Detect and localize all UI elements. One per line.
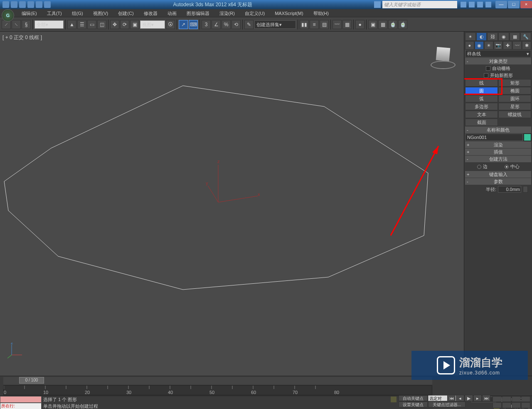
menu-rendering[interactable]: 渲染(R)	[214, 9, 240, 17]
color-swatch[interactable]	[524, 134, 531, 141]
btn-ngon[interactable]: 多边形	[465, 103, 498, 110]
render-prod-icon[interactable]: 🍵	[398, 20, 407, 29]
render-setup-icon[interactable]: ▣	[368, 20, 377, 29]
binoculars-icon[interactable]	[461, 2, 466, 7]
prev-frame-icon[interactable]: ◂	[456, 395, 464, 402]
orbit-icon[interactable]	[512, 402, 521, 408]
btn-text[interactable]: 文本	[465, 111, 498, 118]
goto-start-icon[interactable]: ⏮	[447, 395, 456, 402]
btn-rectangle[interactable]: 矩形	[498, 79, 531, 87]
btn-donut[interactable]: 圆环	[498, 95, 531, 102]
named-selection-dropdown[interactable]: 创建选择集▾	[254, 20, 296, 29]
select-icon[interactable]: ▲	[67, 20, 76, 29]
sub-shapes-icon[interactable]: ◉	[475, 41, 484, 50]
sub-systems-icon[interactable]: ✱	[522, 41, 531, 50]
select-name-icon[interactable]: ☰	[77, 20, 86, 29]
time-slider[interactable]: 0 / 100	[3, 377, 432, 384]
move-icon[interactable]: ✥	[110, 20, 119, 29]
rollup-parameters[interactable]: -参数	[465, 178, 531, 185]
menu-graph-editors[interactable]: 图形编辑器	[182, 9, 214, 17]
snap-3d-icon[interactable]: 3	[202, 20, 211, 29]
goto-end-icon[interactable]: ⏭	[482, 395, 490, 402]
menu-create[interactable]: 创建(C)	[113, 9, 138, 17]
zoom-all-icon[interactable]	[502, 396, 511, 402]
unlink-icon[interactable]: ⟍	[12, 20, 21, 29]
rollup-object-type[interactable]: -对象类型	[465, 58, 531, 64]
radio-center[interactable]: 中心	[505, 164, 520, 170]
zoom-extents-all-icon[interactable]	[521, 396, 530, 402]
radio-edge[interactable]: 边	[477, 164, 488, 170]
material-editor-icon[interactable]: ●	[355, 20, 365, 29]
key-filters-button[interactable]: 关键点过滤器...	[428, 402, 466, 407]
sub-lights-icon[interactable]: ☀	[484, 41, 493, 50]
maximize-viewport-icon[interactable]	[521, 402, 530, 408]
setkey-button[interactable]: 设置关键点	[399, 402, 428, 407]
sub-cameras-icon[interactable]: 📷	[494, 41, 503, 50]
menu-views[interactable]: 视图(V)	[88, 9, 113, 17]
schematic-view-icon[interactable]: ▦	[342, 20, 352, 29]
star-icon[interactable]	[477, 2, 483, 7]
render-frame-icon[interactable]: ▦	[378, 20, 387, 29]
time-slider-knob[interactable]: 0 / 100	[19, 377, 44, 384]
object-name-input[interactable]: NGon001	[465, 134, 523, 141]
sub-helpers-icon[interactable]: ✚	[503, 41, 512, 50]
sub-geometry-icon[interactable]: ●	[465, 41, 474, 50]
tab-motion-icon[interactable]: ◉	[498, 32, 509, 41]
scale-icon[interactable]: ▣	[130, 20, 139, 29]
btn-line[interactable]: 线	[465, 79, 498, 87]
fov-icon[interactable]	[493, 402, 502, 408]
qat-more-icon[interactable]	[44, 1, 51, 8]
rollup-interpolation[interactable]: +插值	[465, 149, 531, 155]
manipulate-icon[interactable]: ↗	[179, 20, 188, 29]
render-icon[interactable]: 🍵	[388, 20, 397, 29]
keyboard-shortcut-icon[interactable]: ⌨	[189, 20, 198, 29]
menu-group[interactable]: 组(G)	[67, 9, 88, 17]
autokey-button[interactable]: 自动关键点	[399, 395, 428, 401]
zoom-icon[interactable]	[493, 396, 502, 402]
tab-display-icon[interactable]: ▦	[510, 32, 520, 41]
viewport[interactable]: [ + 0 正交 0 线框 ] x y z z	[0, 32, 464, 376]
search-input[interactable]: 键入关键字或短语	[382, 1, 457, 8]
tab-hierarchy-icon[interactable]: ⛓	[487, 32, 498, 41]
btn-arc[interactable]: 弧	[465, 95, 498, 102]
edit-named-sel-icon[interactable]: ✎	[244, 20, 254, 29]
percent-snap-icon[interactable]: %	[222, 20, 231, 29]
btn-star[interactable]: 星形	[498, 103, 531, 110]
autogrid-checkbox[interactable]	[486, 66, 490, 71]
btn-helix[interactable]: 螺旋线	[498, 111, 531, 118]
window-crossing-icon[interactable]: ◫	[97, 20, 106, 29]
radius-spinner[interactable]: 0.0mm	[498, 186, 521, 193]
next-frame-icon[interactable]: ▸	[473, 395, 482, 402]
pan-icon[interactable]	[502, 402, 511, 408]
rollup-creation-method[interactable]: -创建方法	[465, 156, 531, 162]
rotate-icon[interactable]: ⟳	[120, 20, 129, 29]
close-button[interactable]: ×	[520, 1, 532, 8]
menu-edit[interactable]: 编辑(E)	[17, 9, 42, 17]
qat-open-icon[interactable]	[11, 1, 17, 8]
qat-redo-icon[interactable]	[36, 1, 42, 8]
zoom-extents-icon[interactable]	[512, 396, 521, 402]
category-dropdown[interactable]: 样条线▾	[465, 50, 531, 57]
rollup-name-color[interactable]: -名称和颜色	[465, 126, 531, 133]
tab-utilities-icon[interactable]: 🔧	[520, 32, 531, 41]
btn-circle[interactable]: 圆	[465, 87, 498, 94]
qat-save-icon[interactable]	[19, 1, 26, 8]
qat-new-icon[interactable]	[2, 1, 9, 8]
key-icon[interactable]	[469, 2, 475, 7]
pivot-icon[interactable]: ⦿	[166, 20, 175, 29]
tab-modify-icon[interactable]: ◐	[476, 32, 487, 41]
lock-icon[interactable]	[391, 397, 397, 402]
align-icon[interactable]: ≡	[310, 20, 319, 29]
maximize-button[interactable]: □	[508, 1, 520, 8]
play-icon[interactable]: ▶	[465, 395, 473, 402]
qat-undo-icon[interactable]	[27, 1, 34, 8]
btn-ellipse[interactable]: 椭圆	[498, 87, 531, 94]
menu-maxscript[interactable]: MAXScript(M)	[270, 9, 308, 17]
menu-customize[interactable]: 自定义(U)	[240, 9, 270, 17]
select-region-rect-icon[interactable]: ▭	[87, 20, 96, 29]
btn-section[interactable]: 截面	[465, 119, 498, 126]
rollup-render[interactable]: +渲染	[465, 141, 531, 148]
menu-tools[interactable]: 工具(T)	[42, 9, 67, 17]
menu-help[interactable]: 帮助(H)	[308, 9, 334, 17]
sub-spacewarps-icon[interactable]: 〰	[512, 41, 522, 50]
